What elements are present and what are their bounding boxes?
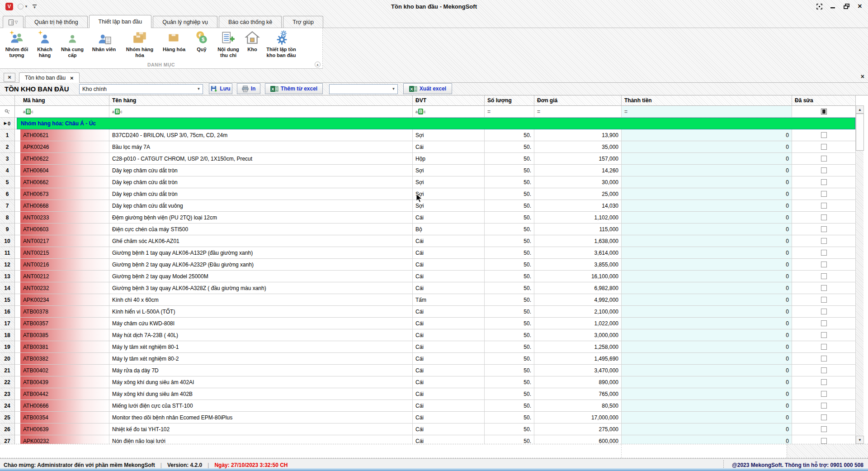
cell-code[interactable]: ATH00673 [20,188,109,200]
vertical-scrollbar[interactable]: ▲ ▼ [855,105,863,444]
edited-checkbox[interactable] [821,297,827,303]
row-number[interactable]: 3 [0,153,15,165]
cell-edited[interactable] [792,129,856,141]
ribbon-item-khach-hang[interactable]: Khách hàng [32,30,58,58]
cell-unit[interactable]: Cái [413,353,485,365]
cell-code[interactable]: ANT00216 [20,259,109,271]
edited-checkbox[interactable] [821,156,827,162]
cell-name[interactable]: Dây kẹp châm cứu dắt vuông [109,200,413,212]
cell-unit[interactable]: Cái [413,435,485,444]
scrollbar-thumb[interactable] [856,114,864,151]
table-row[interactable]: 6ATH00673Dây kẹp châm cứu dắt trònSợi50.… [0,188,868,200]
cell-qty[interactable]: 50. [485,341,534,353]
cell-price[interactable]: 3,614,000 [534,247,622,259]
row-number[interactable]: 18 [0,329,15,341]
cell-name[interactable]: Nhiệt kế đo tai YHT-102 [109,423,413,435]
expand-arrow-icon[interactable]: ▶ [4,121,7,125]
row-number[interactable]: 5 [0,176,15,188]
cell-name[interactable]: Bầu lọc máy 7A [109,141,413,153]
cell-qty[interactable]: 50. [485,376,534,388]
cell-edited[interactable] [792,329,856,341]
cell-unit[interactable]: Cái [413,141,485,153]
table-row[interactable]: 25ATB00354Monitor theo dõi bệnh nhân Eco… [0,412,868,423]
cell-amount[interactable]: 0 [622,247,792,259]
row-number[interactable]: 10 [0,235,15,247]
cell-price[interactable]: 157,000 [534,153,622,165]
cell-price[interactable]: 4,992,000 [534,294,622,306]
cell-qty[interactable]: 50. [485,141,534,153]
filter-thanh-tien[interactable]: = [622,106,792,118]
cell-amount[interactable]: 0 [622,224,792,235]
row-number[interactable]: 27 [0,435,15,444]
cell-amount[interactable]: 0 [622,412,792,423]
cell-qty[interactable]: 50. [485,400,534,412]
cell-code[interactable]: ATH00668 [20,200,109,212]
cell-name[interactable]: Máy ly tâm xét nghiệm 80-1 [109,341,413,353]
cell-unit[interactable]: Cái [413,388,485,400]
cell-amount[interactable]: 0 [622,235,792,247]
cell-name[interactable]: Máy hút dịch 7A-23B ( 40L) [109,329,413,341]
cell-name[interactable]: Điện cực chén của máy STI500 [109,224,413,235]
table-row[interactable]: 9ATH00603Điện cực chén của máy STI500Bộ5… [0,224,868,235]
cell-edited[interactable] [792,435,856,444]
cell-qty[interactable]: 50. [485,165,534,176]
filter-ma-hang[interactable]: aBc [20,106,109,118]
tab-tro-giup[interactable]: Trợ giúp [283,16,323,28]
cell-code[interactable]: ATH00621 [20,129,109,141]
cell-name[interactable]: Giường bệnh 2 tay quay Model 25000M [109,271,413,282]
cell-qty[interactable]: 50. [485,353,534,365]
cell-name[interactable]: Máy châm cứu KWD-808I [109,318,413,329]
cell-name[interactable]: Dây kẹp châm cứu dắt tròn [109,165,413,176]
cell-price[interactable]: 17,000,000 [534,412,622,423]
cell-name[interactable]: Kính chì 40 x 60cm [109,294,413,306]
cell-edited[interactable] [792,176,856,188]
row-number[interactable]: 15 [0,294,15,306]
cell-qty[interactable]: 50. [485,388,534,400]
cell-price[interactable]: 6,982,800 [534,282,622,294]
restore-button[interactable] [843,3,850,10]
cell-price[interactable]: 765,000 [534,388,622,400]
cell-qty[interactable]: 50. [485,329,534,341]
cell-edited[interactable] [792,259,856,271]
row-number[interactable]: 8 [0,212,15,224]
edited-checkbox[interactable] [821,250,827,256]
header-ma-hang[interactable]: Mã hàng [20,95,109,106]
cell-unit[interactable]: Cái [413,318,485,329]
cell-unit[interactable]: Cái [413,271,485,282]
table-row[interactable]: 23ATB00442Máy xông khí dung siêu âm 402B… [0,388,868,400]
cell-code[interactable]: APK00234 [20,294,109,306]
row-number[interactable]: 13 [0,271,15,282]
cell-edited[interactable] [792,200,856,212]
cell-price[interactable]: 1,022,000 [534,318,622,329]
cell-name[interactable]: Máy xông khí dung siêu âm 402AI [109,376,413,388]
row-number[interactable]: 6 [0,188,15,200]
ribbon-item-nhan-vien[interactable]: Nhân viên [87,30,121,53]
cell-code[interactable]: ATH00603 [20,224,109,235]
cell-name[interactable]: Monitor theo dõi bệnh nhân Ecomed EPM-80… [109,412,413,423]
header-don-gia[interactable]: Đơn giá [534,95,622,106]
row-number[interactable]: 2 [0,141,15,153]
row-number[interactable]: 26 [0,423,15,435]
minimize-button[interactable] [829,3,836,10]
row-number[interactable]: 7 [0,200,15,212]
row-number[interactable]: 20 [0,353,15,365]
cell-unit[interactable]: Tấm [413,294,485,306]
header-thanh-tien[interactable]: Thành tiền [622,95,792,106]
cell-amount[interactable]: 0 [622,259,792,271]
cell-price[interactable]: 3,470,000 [534,365,622,376]
cell-amount[interactable]: 0 [622,188,792,200]
cell-price[interactable]: 30,000 [534,176,622,188]
scroll-up-button[interactable]: ▲ [856,105,864,114]
cell-name[interactable]: Máy rửa dạ dày 7D [109,365,413,376]
table-row[interactable]: 19ATB00381Máy ly tâm xét nghiệm 80-1Cái5… [0,341,868,353]
edited-checkbox[interactable] [821,214,827,220]
cell-amount[interactable]: 0 [622,271,792,282]
ribbon-item-kho[interactable]: Kho [243,30,261,53]
row-number[interactable]: 19 [0,341,15,353]
cell-name[interactable]: Ghế chăm sóc ALK06-AZ01 [109,235,413,247]
cell-qty[interactable]: 50. [485,176,534,188]
cell-name[interactable]: Kính hiển vi L-500A (TỐT) [109,306,413,318]
cell-amount[interactable]: 0 [622,400,792,412]
cell-qty[interactable]: 50. [485,129,534,141]
cell-code[interactable]: APK00232 [20,435,109,444]
